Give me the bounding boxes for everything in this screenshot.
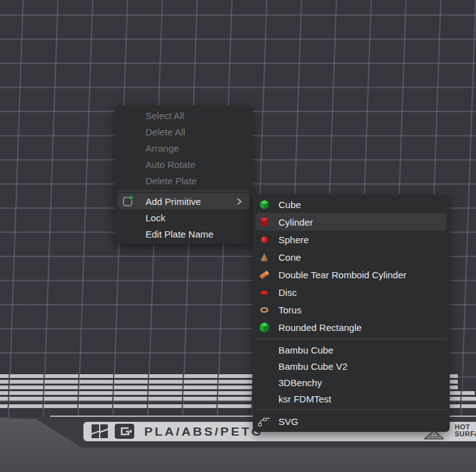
context-menu: Select AllDelete AllArrangeAuto RotateDe… xyxy=(115,105,253,244)
menu-item-edit-plate-name[interactable]: Edit Plate Name xyxy=(115,226,253,242)
menu-item-label: Select All xyxy=(145,110,184,121)
svg-icon xyxy=(258,416,270,427)
menu-item-label: Bambu Cube V2 xyxy=(278,361,347,372)
cylinder-icon xyxy=(258,216,270,228)
add-primitive-icon xyxy=(120,195,135,208)
menu-separator xyxy=(119,191,249,191)
menu-item-delete-all: Delete All xyxy=(115,123,253,140)
menu-item-cube[interactable]: Cube xyxy=(253,196,450,213)
menu-item-label: Arrange xyxy=(145,143,179,154)
add-primitive-submenu: CubeCylinderSphereConeDouble Tear Romboi… xyxy=(253,194,450,432)
sphere-icon xyxy=(258,234,270,246)
menu-item-sphere[interactable]: Sphere xyxy=(253,231,450,248)
cube-icon xyxy=(258,199,270,211)
menu-item-label: Double Tear Romboid Cylinder xyxy=(278,270,406,280)
menu-separator xyxy=(257,338,446,339)
menu-item-add-primitive[interactable]: Add Primitive xyxy=(118,193,250,209)
bambu-logo-icon xyxy=(89,423,110,442)
menu-item-bambu-cube[interactable]: Bambu Cube xyxy=(253,342,450,358)
disc-icon xyxy=(258,286,270,298)
menu-item-cone[interactable]: Cone xyxy=(253,248,450,266)
menu-item-label: Auto Rotate xyxy=(145,159,195,170)
rounded-rectangle-icon xyxy=(258,322,270,333)
menu-item-label: Bambu Cube xyxy=(278,345,334,355)
hot-surface-warning-text: HOTSURFACE xyxy=(455,424,476,438)
menu-item-bambu-cube-v2[interactable]: Bambu Cube V2 xyxy=(253,358,450,374)
menu-item-label: Disc xyxy=(278,287,297,298)
torus-icon xyxy=(258,304,270,316)
double-tear-romboid-cylinder-icon xyxy=(258,269,270,281)
menu-item-torus[interactable]: Torus xyxy=(253,301,450,318)
menu-item-label: Delete All xyxy=(145,127,185,137)
menu-item-label: Add Primitive xyxy=(145,196,201,207)
menu-item-auto-rotate: Auto Rotate xyxy=(115,156,253,172)
menu-item-label: Rounded Rectangle xyxy=(278,322,362,333)
menu-item-label: Cube xyxy=(278,199,301,210)
menu-item-label: SVG xyxy=(278,416,299,427)
cone-icon xyxy=(258,251,270,263)
menu-item-label: ksr FDMTest xyxy=(278,394,331,404)
menu-item-label: Cone xyxy=(278,252,301,263)
menu-item-double-tear-romboid-cylinder[interactable]: Double Tear Romboid Cylinder xyxy=(253,266,450,283)
menu-item-label: Sphere xyxy=(278,234,309,245)
hot-surface-warning-icon xyxy=(423,430,445,443)
menu-item-3dbenchy[interactable]: 3DBenchy xyxy=(253,374,450,391)
menu-item-arrange: Arrange xyxy=(115,140,253,156)
chevron-right-icon xyxy=(236,197,242,206)
menu-item-cylinder[interactable]: Cylinder xyxy=(256,213,447,231)
menu-separator xyxy=(257,409,446,410)
menu-item-ksr-fdmtest[interactable]: ksr FDMTest xyxy=(253,391,450,407)
menu-item-disc[interactable]: Disc xyxy=(253,283,450,301)
menu-item-rounded-rectangle[interactable]: Rounded Rectangle xyxy=(253,318,450,336)
plate-badge-icon xyxy=(114,423,135,442)
menu-item-delete-plate: Delete Plate xyxy=(115,172,253,189)
menu-item-select-all: Select All xyxy=(115,107,253,123)
plate-name-text: PLA/ABS/PETG xyxy=(144,425,263,438)
menu-item-label: Cylinder xyxy=(278,217,313,228)
menu-item-label: Edit Plate Name xyxy=(145,229,213,239)
menu-item-label: 3DBenchy xyxy=(278,377,322,388)
menu-item-label: Delete Plate xyxy=(145,176,197,186)
menu-item-svg[interactable]: SVG xyxy=(253,412,450,430)
menu-item-label: Torus xyxy=(278,305,302,315)
menu-item-lock[interactable]: Lock xyxy=(115,209,253,226)
menu-item-label: Lock xyxy=(145,212,166,223)
